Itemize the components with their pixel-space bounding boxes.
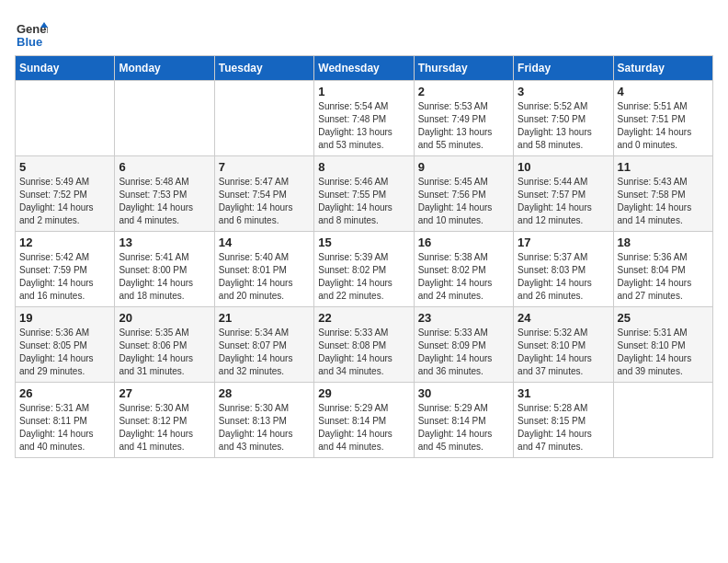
calendar-cell: 26Sunrise: 5:31 AM Sunset: 8:11 PM Dayli… [16, 383, 115, 458]
day-number: 12 [19, 236, 110, 249]
calendar-cell [214, 81, 313, 156]
day-info: Sunrise: 5:30 AM Sunset: 8:12 PM Dayligh… [119, 402, 210, 454]
day-number: 9 [418, 160, 509, 174]
calendar-week-row: 5Sunrise: 5:49 AM Sunset: 7:52 PM Daylig… [16, 156, 713, 232]
calendar-cell: 9Sunrise: 5:45 AM Sunset: 7:56 PM Daylig… [414, 156, 513, 232]
day-number: 15 [318, 236, 409, 249]
day-info: Sunrise: 5:51 AM Sunset: 7:51 PM Dayligh… [618, 100, 709, 152]
calendar-cell: 19Sunrise: 5:36 AM Sunset: 8:05 PM Dayli… [16, 307, 115, 383]
calendar-cell: 23Sunrise: 5:33 AM Sunset: 8:09 PM Dayli… [414, 307, 513, 383]
day-info: Sunrise: 5:32 AM Sunset: 8:10 PM Dayligh… [518, 327, 609, 378]
day-info: Sunrise: 5:29 AM Sunset: 8:14 PM Dayligh… [318, 402, 409, 454]
day-info: Sunrise: 5:48 AM Sunset: 7:53 PM Dayligh… [119, 176, 210, 227]
calendar-cell: 21Sunrise: 5:34 AM Sunset: 8:07 PM Dayli… [214, 307, 313, 383]
day-number: 30 [418, 386, 509, 400]
calendar-cell: 15Sunrise: 5:39 AM Sunset: 8:02 PM Dayli… [314, 232, 414, 307]
day-number: 22 [318, 311, 409, 325]
day-number: 3 [518, 85, 609, 98]
day-number: 17 [518, 236, 609, 249]
day-info: Sunrise: 5:41 AM Sunset: 8:00 PM Dayligh… [119, 251, 210, 303]
weekday-header: Saturday [613, 56, 712, 81]
calendar-cell: 12Sunrise: 5:42 AM Sunset: 7:59 PM Dayli… [16, 232, 115, 307]
day-number: 10 [518, 160, 609, 174]
calendar-cell [613, 383, 712, 458]
calendar-cell: 14Sunrise: 5:40 AM Sunset: 8:01 PM Dayli… [214, 232, 313, 307]
day-info: Sunrise: 5:42 AM Sunset: 7:59 PM Dayligh… [19, 251, 110, 303]
weekday-header: Sunday [16, 56, 115, 81]
calendar-cell: 31Sunrise: 5:28 AM Sunset: 8:15 PM Dayli… [514, 383, 613, 458]
calendar-cell: 18Sunrise: 5:36 AM Sunset: 8:04 PM Dayli… [613, 232, 712, 307]
day-info: Sunrise: 5:38 AM Sunset: 8:02 PM Dayligh… [418, 251, 509, 303]
day-info: Sunrise: 5:54 AM Sunset: 7:48 PM Dayligh… [318, 100, 409, 152]
day-number: 7 [219, 160, 310, 174]
calendar-cell: 29Sunrise: 5:29 AM Sunset: 8:14 PM Dayli… [314, 383, 414, 458]
day-info: Sunrise: 5:37 AM Sunset: 8:03 PM Dayligh… [518, 251, 609, 303]
day-number: 29 [318, 386, 409, 400]
weekday-header: Tuesday [214, 56, 313, 81]
day-number: 19 [19, 311, 110, 325]
calendar-cell: 7Sunrise: 5:47 AM Sunset: 7:54 PM Daylig… [214, 156, 313, 232]
day-info: Sunrise: 5:40 AM Sunset: 8:01 PM Dayligh… [219, 251, 310, 303]
calendar-cell: 5Sunrise: 5:49 AM Sunset: 7:52 PM Daylig… [16, 156, 115, 232]
calendar-cell: 6Sunrise: 5:48 AM Sunset: 7:53 PM Daylig… [115, 156, 214, 232]
day-info: Sunrise: 5:28 AM Sunset: 8:15 PM Dayligh… [518, 402, 609, 454]
day-info: Sunrise: 5:43 AM Sunset: 7:58 PM Dayligh… [618, 176, 709, 227]
day-number: 16 [418, 236, 509, 249]
day-info: Sunrise: 5:46 AM Sunset: 7:55 PM Dayligh… [318, 176, 409, 227]
day-info: Sunrise: 5:35 AM Sunset: 8:06 PM Dayligh… [119, 327, 210, 378]
day-info: Sunrise: 5:47 AM Sunset: 7:54 PM Dayligh… [219, 176, 310, 227]
calendar-cell [16, 81, 115, 156]
calendar-cell: 25Sunrise: 5:31 AM Sunset: 8:10 PM Dayli… [613, 307, 712, 383]
calendar-cell: 13Sunrise: 5:41 AM Sunset: 8:00 PM Dayli… [115, 232, 214, 307]
calendar-week-row: 19Sunrise: 5:36 AM Sunset: 8:05 PM Dayli… [16, 307, 713, 383]
calendar-cell: 17Sunrise: 5:37 AM Sunset: 8:03 PM Dayli… [514, 232, 613, 307]
calendar-week-row: 12Sunrise: 5:42 AM Sunset: 7:59 PM Dayli… [16, 232, 713, 307]
weekday-header-row: SundayMondayTuesdayWednesdayThursdayFrid… [16, 56, 713, 81]
logo: General Blue [15, 15, 48, 48]
day-number: 8 [318, 160, 409, 174]
weekday-header: Thursday [414, 56, 513, 81]
day-info: Sunrise: 5:31 AM Sunset: 8:11 PM Dayligh… [19, 402, 110, 454]
day-info: Sunrise: 5:33 AM Sunset: 8:08 PM Dayligh… [318, 327, 409, 378]
day-number: 23 [418, 311, 509, 325]
day-info: Sunrise: 5:39 AM Sunset: 8:02 PM Dayligh… [318, 251, 409, 303]
calendar-cell: 24Sunrise: 5:32 AM Sunset: 8:10 PM Dayli… [514, 307, 613, 383]
day-number: 11 [618, 160, 709, 174]
day-info: Sunrise: 5:29 AM Sunset: 8:14 PM Dayligh… [418, 402, 509, 454]
day-info: Sunrise: 5:36 AM Sunset: 8:05 PM Dayligh… [19, 327, 110, 378]
day-number: 18 [618, 236, 709, 249]
calendar-cell: 8Sunrise: 5:46 AM Sunset: 7:55 PM Daylig… [314, 156, 414, 232]
day-number: 27 [119, 386, 210, 400]
calendar-cell: 28Sunrise: 5:30 AM Sunset: 8:13 PM Dayli… [214, 383, 313, 458]
day-number: 26 [19, 386, 110, 400]
calendar-cell: 2Sunrise: 5:53 AM Sunset: 7:49 PM Daylig… [414, 81, 513, 156]
calendar: SundayMondayTuesdayWednesdayThursdayFrid… [15, 55, 713, 458]
day-info: Sunrise: 5:30 AM Sunset: 8:13 PM Dayligh… [219, 402, 310, 454]
day-number: 13 [119, 236, 210, 249]
day-info: Sunrise: 5:33 AM Sunset: 8:09 PM Dayligh… [418, 327, 509, 378]
calendar-cell: 22Sunrise: 5:33 AM Sunset: 8:08 PM Dayli… [314, 307, 414, 383]
day-number: 4 [618, 85, 709, 98]
day-info: Sunrise: 5:31 AM Sunset: 8:10 PM Dayligh… [618, 327, 709, 378]
header: General Blue [15, 15, 713, 48]
logo-icon: General Blue [15, 15, 48, 48]
day-number: 25 [618, 311, 709, 325]
day-info: Sunrise: 5:36 AM Sunset: 8:04 PM Dayligh… [618, 251, 709, 303]
day-number: 6 [119, 160, 210, 174]
day-info: Sunrise: 5:44 AM Sunset: 7:57 PM Dayligh… [518, 176, 609, 227]
day-number: 20 [119, 311, 210, 325]
day-info: Sunrise: 5:49 AM Sunset: 7:52 PM Dayligh… [19, 176, 110, 227]
day-number: 24 [518, 311, 609, 325]
day-number: 1 [318, 85, 409, 98]
day-number: 5 [19, 160, 110, 174]
day-number: 2 [418, 85, 509, 98]
day-info: Sunrise: 5:34 AM Sunset: 8:07 PM Dayligh… [219, 327, 310, 378]
day-info: Sunrise: 5:52 AM Sunset: 7:50 PM Dayligh… [518, 100, 609, 152]
calendar-cell: 11Sunrise: 5:43 AM Sunset: 7:58 PM Dayli… [613, 156, 712, 232]
day-number: 28 [219, 386, 310, 400]
calendar-cell: 27Sunrise: 5:30 AM Sunset: 8:12 PM Dayli… [115, 383, 214, 458]
calendar-cell: 20Sunrise: 5:35 AM Sunset: 8:06 PM Dayli… [115, 307, 214, 383]
day-number: 31 [518, 386, 609, 400]
day-info: Sunrise: 5:45 AM Sunset: 7:56 PM Dayligh… [418, 176, 509, 227]
weekday-header: Monday [115, 56, 214, 81]
